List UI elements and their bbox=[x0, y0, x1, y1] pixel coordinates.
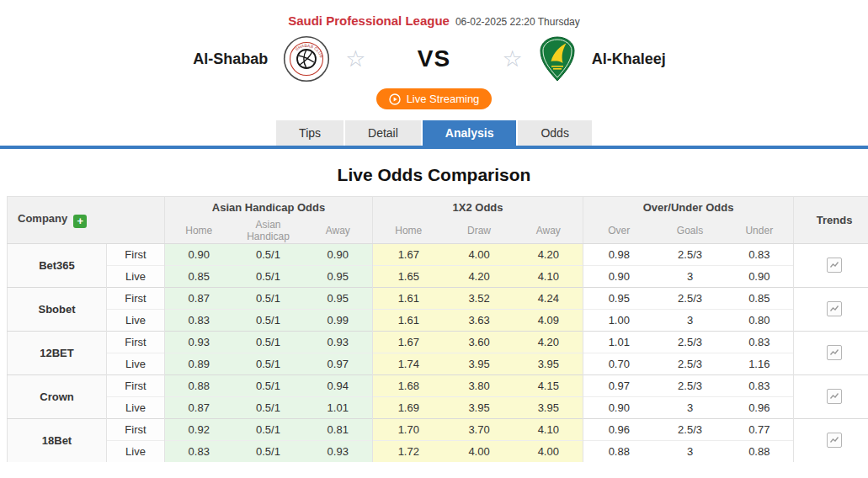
live-streaming-button[interactable]: Live Streaming bbox=[376, 88, 493, 109]
odds-cell: 0.70 bbox=[583, 353, 655, 374]
period-label: First bbox=[107, 331, 165, 353]
odds-cell: 1.00 bbox=[583, 309, 655, 331]
period-label: Live bbox=[107, 265, 165, 287]
tabs: TipsDetailAnalysisOdds bbox=[0, 120, 868, 146]
company-name: 18Bet bbox=[8, 418, 107, 462]
trends-cell bbox=[794, 243, 868, 287]
odds-row: 12BETFirst0.930.5/10.931.673.604.201.012… bbox=[8, 331, 868, 353]
subheader-1x2-away: Away bbox=[514, 218, 583, 244]
tab-analysis[interactable]: Analysis bbox=[423, 120, 517, 146]
line-chart-icon[interactable] bbox=[827, 345, 842, 360]
add-company-plus-icon[interactable]: + bbox=[73, 215, 87, 228]
favorite-star-home-icon[interactable]: ☆ bbox=[345, 48, 365, 71]
away-team: ☆ Al-Khaleej bbox=[498, 35, 868, 82]
odds-cell: 0.90 bbox=[165, 243, 233, 265]
odds-cell: 3.70 bbox=[445, 418, 514, 440]
subheader-ah-home: Home bbox=[165, 218, 233, 244]
odds-cell: 1.61 bbox=[373, 309, 445, 331]
period-label: First bbox=[107, 418, 165, 440]
odds-cell: 2.5/3 bbox=[655, 418, 726, 440]
subheader-under: Under bbox=[726, 218, 794, 244]
odds-cell: 2.5/3 bbox=[655, 331, 726, 353]
match-datetime: 06-02-2025 22:20 Thursday bbox=[455, 16, 580, 28]
odds-cell: 4.00 bbox=[445, 440, 514, 462]
tab-underline-bar bbox=[0, 146, 868, 149]
trends-cell bbox=[794, 331, 868, 374]
odds-cell: 0.95 bbox=[304, 265, 373, 287]
odds-cell: 4.09 bbox=[514, 309, 583, 331]
odds-cell: 3 bbox=[655, 396, 726, 418]
subheader-over: Over bbox=[583, 218, 655, 244]
favorite-star-away-icon[interactable]: ☆ bbox=[503, 48, 523, 71]
odds-cell: 0.96 bbox=[583, 418, 655, 440]
company-name: Sbobet bbox=[8, 287, 107, 331]
period-label: First bbox=[107, 374, 165, 396]
odds-cell: 0.90 bbox=[583, 396, 655, 418]
odds-cell: 0.77 bbox=[726, 418, 794, 440]
odds-cell: 1.61 bbox=[373, 287, 445, 309]
odds-cell: 0.97 bbox=[304, 353, 373, 374]
company-name: Bet365 bbox=[8, 243, 107, 287]
odds-cell: 2.5/3 bbox=[655, 353, 726, 374]
odds-cell: 0.90 bbox=[304, 243, 373, 265]
match-header: Saudi Professional League06-02-2025 22:2… bbox=[0, 0, 868, 28]
odds-cell: 3.95 bbox=[514, 396, 583, 418]
teams-row: Al-Shabab SHABAB CLUB ☆ VS ☆ bbox=[0, 31, 868, 87]
odds-cell: 3 bbox=[655, 265, 726, 287]
tab-detail[interactable]: Detail bbox=[345, 120, 421, 146]
odds-cell: 0.85 bbox=[165, 265, 233, 287]
trends-cell bbox=[794, 418, 868, 462]
odds-cell: 0.97 bbox=[583, 374, 655, 396]
odds-cell: 0.87 bbox=[165, 287, 233, 309]
odds-cell: 4.20 bbox=[445, 265, 514, 287]
odds-cell: 0.95 bbox=[304, 287, 373, 309]
odds-cell: 3.95 bbox=[514, 353, 583, 374]
line-chart-icon[interactable] bbox=[827, 433, 842, 448]
company-name: 12BET bbox=[8, 331, 107, 374]
home-team-name: Al-Shabab bbox=[193, 50, 268, 68]
subheader-asian-handicap: Asian Handicap bbox=[233, 218, 304, 244]
line-chart-icon[interactable] bbox=[827, 301, 842, 316]
line-chart-icon[interactable] bbox=[827, 258, 842, 273]
odds-row: Live0.830.5/10.991.613.634.091.0030.80 bbox=[8, 309, 868, 331]
line-chart-icon[interactable] bbox=[827, 389, 842, 404]
odds-cell: 0.5/1 bbox=[233, 309, 304, 331]
period-label: Live bbox=[107, 309, 165, 331]
odds-cell: 0.5/1 bbox=[233, 331, 304, 353]
odds-cell: 1.16 bbox=[726, 353, 794, 374]
tab-tips[interactable]: Tips bbox=[276, 120, 343, 146]
odds-cell: 0.88 bbox=[165, 374, 233, 396]
odds-row: Live0.870.5/11.011.693.953.950.9030.96 bbox=[8, 396, 868, 418]
odds-cell: 3.95 bbox=[445, 353, 514, 374]
odds-row: CrownFirst0.880.5/10.941.683.804.150.972… bbox=[8, 374, 868, 396]
odds-cell: 1.72 bbox=[373, 440, 445, 462]
odds-cell: 0.5/1 bbox=[233, 418, 304, 440]
odds-cell: 4.15 bbox=[514, 374, 583, 396]
period-header bbox=[107, 197, 165, 244]
odds-cell: 0.93 bbox=[304, 331, 373, 353]
period-label: First bbox=[107, 243, 165, 265]
odds-cell: 2.5/3 bbox=[655, 243, 726, 265]
section-title: Live Odds Comparison bbox=[0, 165, 868, 185]
tab-odds[interactable]: Odds bbox=[518, 120, 591, 146]
odds-cell: 0.93 bbox=[165, 331, 233, 353]
odds-cell: 1.01 bbox=[583, 331, 655, 353]
odds-cell: 0.87 bbox=[165, 396, 233, 418]
home-team: Al-Shabab SHABAB CLUB ☆ bbox=[0, 35, 371, 82]
odds-cell: 0.98 bbox=[583, 243, 655, 265]
al-shabab-club-badge-icon: SHABAB CLUB bbox=[283, 35, 330, 82]
al-khaleej-club-badge-icon bbox=[538, 35, 577, 82]
odds-row: 18BetFirst0.920.5/10.811.703.704.100.962… bbox=[8, 418, 868, 440]
odds-cell: 3 bbox=[655, 440, 726, 462]
odds-cell: 0.81 bbox=[304, 418, 373, 440]
odds-cell: 0.99 bbox=[304, 309, 373, 331]
odds-cell: 0.83 bbox=[165, 309, 233, 331]
odds-cell: 1.67 bbox=[373, 243, 445, 265]
period-label: First bbox=[107, 287, 165, 309]
trends-cell bbox=[794, 374, 868, 418]
odds-cell: 0.5/1 bbox=[233, 440, 304, 462]
odds-cell: 0.83 bbox=[726, 374, 794, 396]
odds-cell: 4.24 bbox=[514, 287, 583, 309]
odds-cell: 4.10 bbox=[514, 265, 583, 287]
odds-cell: 0.90 bbox=[583, 265, 655, 287]
